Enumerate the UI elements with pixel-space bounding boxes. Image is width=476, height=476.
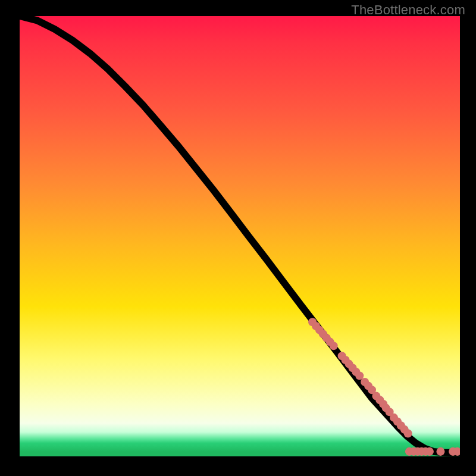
bottleneck-curve: [20, 16, 460, 453]
data-dots-group: [308, 318, 460, 456]
data-dot: [330, 342, 338, 350]
data-dot: [425, 447, 434, 456]
chart-root: TheBottleneck.com: [0, 0, 476, 476]
data-dot: [436, 447, 444, 456]
chart-overlay: [20, 16, 460, 456]
plot-area: [20, 16, 460, 456]
data-dot: [404, 429, 412, 437]
watermark-label: TheBottleneck.com: [351, 2, 465, 18]
